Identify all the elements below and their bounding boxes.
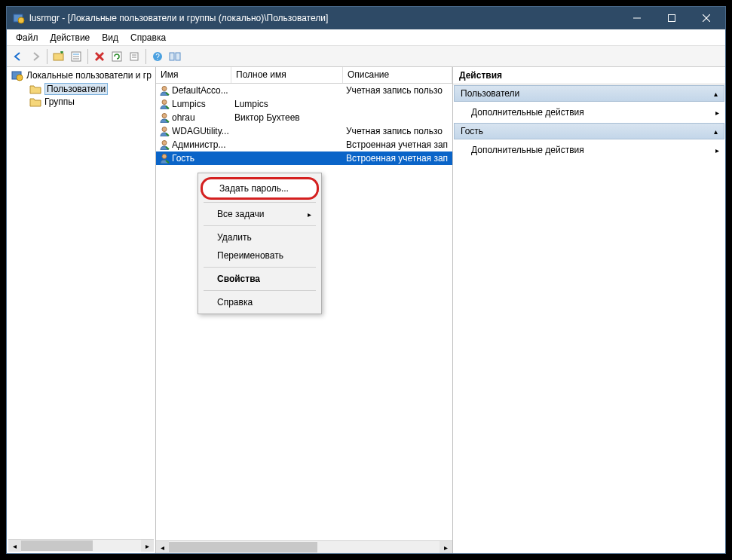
ctx-separator (204, 202, 316, 203)
delete-button[interactable] (91, 48, 108, 65)
table-row[interactable]: Администр...Встроенная учетная зап (156, 138, 452, 151)
help-button[interactable]: ? (149, 48, 166, 65)
svg-point-26 (162, 127, 167, 132)
tree-scrollbar[interactable]: ◂ ▸ (8, 539, 154, 552)
chevron-up-icon: ▴ (714, 127, 718, 136)
actions-more-guest[interactable]: Дополнительные действия ▸ (453, 140, 725, 160)
ctx-set-password[interactable]: Задать пароль... (201, 177, 319, 200)
tree-users-label: Пользователи (44, 83, 108, 95)
actions-group-guest[interactable]: Гость ▴ (454, 123, 724, 139)
menu-action[interactable]: Действие (44, 31, 96, 44)
svg-point-24 (162, 100, 167, 105)
ctx-separator (204, 225, 316, 226)
tree-users[interactable]: Пользователи (8, 82, 154, 96)
back-button[interactable] (10, 48, 26, 65)
tree-groups-label: Группы (44, 96, 75, 107)
actions-pane: Действия Пользователи ▴ Дополнительные д… (453, 67, 725, 553)
menu-help[interactable]: Справка (124, 31, 172, 44)
close-button[interactable] (689, 7, 724, 29)
show-hide-button[interactable] (167, 48, 183, 65)
ctx-help[interactable]: Справка (201, 293, 319, 311)
cell-name: Lumpics (156, 99, 231, 109)
cell-name: WDAGUtility... (156, 126, 231, 136)
list-body: DefaultAcco...Учетная запись пользоLumpi… (156, 84, 452, 540)
svg-point-22 (17, 75, 23, 81)
ctx-all-tasks-label: Все задачи (217, 209, 265, 219)
svg-point-27 (162, 141, 167, 145)
cell-name: ohrau (156, 112, 231, 123)
table-row[interactable]: ГостьВстроенная учетная зап (156, 151, 452, 165)
list-scrollbar[interactable]: ◂ ▸ (156, 540, 452, 553)
workspace: Локальные пользователи и гр Пользователи… (7, 67, 725, 553)
titlebar[interactable]: lusrmgr - [Локальные пользователи и груп… (7, 7, 725, 29)
column-name[interactable]: Имя (156, 67, 231, 83)
table-row[interactable]: DefaultAcco...Учетная запись пользо (156, 84, 452, 97)
minimize-button[interactable] (620, 7, 654, 29)
actions-group-users-label: Пользователи (461, 88, 519, 99)
chevron-up-icon: ▴ (714, 90, 718, 98)
app-icon (13, 12, 25, 24)
cell-description: Встроенная учетная зап (343, 139, 452, 150)
actions-more-guest-label: Дополнительные действия (471, 145, 584, 155)
new-folder-button[interactable] (51, 48, 67, 65)
mmc-window: lusrmgr - [Локальные пользователи и груп… (6, 6, 726, 554)
column-description[interactable]: Описание (343, 67, 452, 83)
ctx-delete[interactable]: Удалить (201, 228, 319, 246)
cell-description: Учетная запись пользо (343, 85, 452, 96)
ctx-properties-label: Свойства (217, 274, 260, 284)
ctx-rename[interactable]: Переименовать (201, 246, 319, 265)
menu-view[interactable]: Вид (96, 31, 124, 44)
svg-point-23 (162, 87, 167, 91)
svg-point-28 (162, 155, 167, 159)
actions-group-users[interactable]: Пользователи ▴ (454, 85, 724, 102)
ctx-help-label: Справка (217, 297, 253, 308)
table-row[interactable]: ohrauВиктор Бухтеев (156, 111, 452, 124)
ctx-properties[interactable]: Свойства (201, 270, 319, 288)
table-row[interactable]: LumpicsLumpics (156, 97, 452, 111)
ctx-delete-label: Удалить (217, 232, 252, 243)
actions-group-guest-label: Гость (461, 126, 483, 136)
window-title: lusrmgr - [Локальные пользователи и груп… (29, 13, 620, 23)
svg-rect-19 (170, 53, 174, 60)
svg-point-25 (162, 114, 167, 118)
actions-more-users-label: Дополнительные действия (471, 107, 584, 118)
table-row[interactable]: WDAGUtility...Учетная запись пользо (156, 124, 452, 138)
svg-rect-14 (130, 53, 138, 60)
ctx-rename-label: Переименовать (217, 250, 283, 261)
tree-root[interactable]: Локальные пользователи и гр (8, 69, 154, 82)
forward-button[interactable] (27, 48, 44, 65)
svg-rect-3 (669, 15, 675, 22)
chevron-right-icon: ▸ (308, 210, 311, 219)
actions-more-users[interactable]: Дополнительные действия ▸ (453, 103, 725, 122)
folder-icon (29, 96, 41, 107)
refresh-button[interactable] (109, 48, 125, 65)
ctx-set-password-label: Задать пароль... (219, 183, 289, 194)
cell-fullname: Lumpics (231, 99, 343, 109)
maximize-button[interactable] (654, 7, 689, 29)
tree-pane: Локальные пользователи и гр Пользователи… (7, 67, 156, 553)
cell-description: Встроенная учетная зап (343, 153, 452, 164)
folder-icon (29, 84, 41, 94)
toolbar: ? (7, 46, 725, 67)
ctx-separator (204, 290, 316, 291)
svg-text:?: ? (155, 53, 160, 61)
cell-fullname: Виктор Бухтеев (231, 112, 343, 123)
context-menu: Задать пароль... Все задачи ▸ Удалить Пе… (198, 173, 322, 314)
chevron-right-icon: ▸ (715, 146, 719, 155)
svg-rect-13 (112, 52, 121, 61)
chevron-right-icon: ▸ (715, 109, 719, 117)
menu-file[interactable]: Файл (10, 31, 44, 44)
ctx-separator (204, 267, 316, 268)
tree-groups[interactable]: Группы (8, 96, 154, 108)
ctx-all-tasks[interactable]: Все задачи ▸ (201, 205, 319, 223)
svg-rect-20 (176, 53, 180, 60)
column-fullname[interactable]: Полное имя (231, 67, 343, 83)
cell-name: DefaultAcco... (156, 85, 231, 96)
list-header: Имя Полное имя Описание (156, 67, 452, 84)
cell-name: Гость (156, 153, 231, 164)
export-button[interactable] (126, 48, 142, 65)
tree-root-label: Локальные пользователи и гр (26, 70, 152, 81)
svg-point-1 (18, 17, 24, 23)
list-pane: Имя Полное имя Описание DefaultAcco...Уч… (156, 67, 453, 553)
properties-button[interactable] (68, 48, 84, 65)
